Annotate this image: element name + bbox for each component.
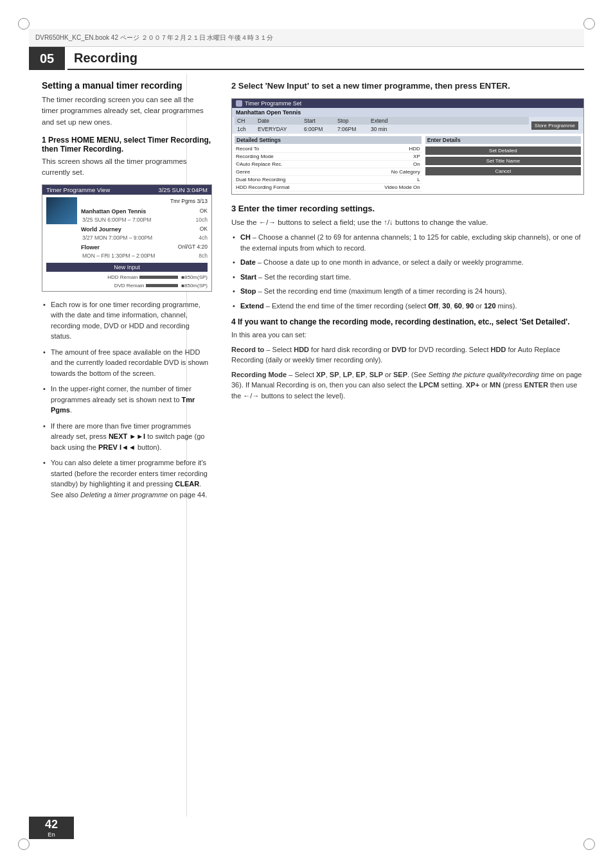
tps-enter-details: Enter Details Set Detailed Set Title Nam… xyxy=(425,136,581,191)
tv-thumbnail xyxy=(46,197,77,224)
new-input-row[interactable]: New Input xyxy=(46,263,208,272)
tv-footer: HDD Remain ■850m(SP) xyxy=(46,272,208,280)
right-column: 2 Select 'New Input' to set a new timer … xyxy=(231,80,584,405)
chapter-number: 05 xyxy=(29,47,65,70)
table-row: World Journey OK xyxy=(81,225,208,234)
timer-programme-set-box: Timer Programme Set Manhattan Open Tenni… xyxy=(231,98,584,195)
tv-rows: Tmr Pgms 3/13 Manhattan Open Tennis OK 3… xyxy=(81,197,208,261)
section-title: Setting a manual timer recording xyxy=(42,80,212,91)
list-item: Extend – Extend the end time of the time… xyxy=(231,301,584,312)
list-item: In the upper-right corner, the number of… xyxy=(42,384,212,416)
tps-lower-section: Detailed Settings Record To HDD Recordin… xyxy=(232,134,583,194)
tv-time: 3/25 SUN 3:04PM xyxy=(158,186,208,193)
chapter-title: Recording xyxy=(67,47,584,70)
step1-heading: 1 Press HOME MENU, select Timer Recordin… xyxy=(42,136,212,154)
step3-bullets: CH – Choose a channel (2 to 69 for anten… xyxy=(231,232,584,311)
step4-heading: 4 If you want to change the recording mo… xyxy=(231,317,584,326)
tps-col-headers: CH Date Start Stop Extend xyxy=(235,117,529,125)
settings-row: HDD Recording Format Video Mode On xyxy=(235,184,422,191)
cancel-button[interactable]: Cancel xyxy=(425,167,581,175)
tv-box-inner: Tmr Pgms 3/13 Manhattan Open Tennis OK 3… xyxy=(42,195,211,291)
list-item: Date – Choose a date up to one month in … xyxy=(231,257,584,268)
settings-row: ©Auto Replace Rec. On xyxy=(235,161,422,168)
corner-mark-tl xyxy=(18,18,30,30)
section-intro: The timer recording screen you can see a… xyxy=(42,94,212,128)
timer-programme-view-box: Timer Programme View 3/25 SUN 3:04PM Tmr… xyxy=(42,184,212,292)
tps-settings: Detailed Settings Record To HDD Recordin… xyxy=(235,136,422,191)
settings-row: Genre No Category xyxy=(235,168,422,176)
tv-box-title: Timer Programme View 3/25 SUN 3:04PM xyxy=(42,185,211,195)
settings-row: Dual Mono Recording L xyxy=(235,176,422,184)
page-number: 42 xyxy=(45,818,58,831)
tps-action-buttons: Set Detailed Set Title Name Cancel xyxy=(425,146,581,175)
step3-body: Use the ←/→ buttons to select a field; u… xyxy=(231,217,584,228)
header-bar: DVR650HK_KC_EN.book 42 ページ ２００７年２月２１日 水曜… xyxy=(29,29,584,47)
content-area: Setting a manual timer recording The tim… xyxy=(29,74,584,817)
list-item: You can also delete a timer programme be… xyxy=(42,457,212,500)
table-row: Flower Onl/GT 4:20 xyxy=(81,243,208,252)
list-item: If there are more than five timer progra… xyxy=(42,421,212,453)
tv-title-text: Timer Programme View xyxy=(46,186,110,193)
tps-col-data: 1ch EVERYDAY 6:00PM 7:06PM 30 min xyxy=(235,125,529,134)
table-row: Manhattan Open Tennis OK xyxy=(81,207,208,216)
list-item: Stop – Set the recording end time (maxim… xyxy=(231,286,584,297)
store-programme-button[interactable]: Store Programme xyxy=(531,121,578,130)
step2-heading: 2 Select 'New Input' to set a new timer … xyxy=(231,80,584,92)
corner-mark-tr xyxy=(583,18,595,30)
set-detailed-button[interactable]: Set Detailed xyxy=(425,146,581,155)
step4-para1: Record to – Select HDD for hard disk rec… xyxy=(231,344,584,366)
left-column: Setting a manual timer recording The tim… xyxy=(42,80,212,505)
step4-intro: In this area you can set: xyxy=(231,330,584,341)
set-title-name-button[interactable]: Set Title Name xyxy=(425,157,581,165)
step4-para2: Recording Mode – Select XP, SP, LP, EP, … xyxy=(231,369,584,402)
corner-mark-br xyxy=(583,838,595,850)
tv-footer-dvd: DVD Remain ■850m(SP) xyxy=(46,280,208,288)
tps-prog-name: Manhattan Open Tennis xyxy=(232,108,583,117)
tps-title: Timer Programme Set xyxy=(245,100,301,107)
feature-list: Each row is for one timer recording prog… xyxy=(42,299,212,500)
settings-row: Recording Mode XP xyxy=(235,153,422,161)
list-item: The amount of free space available on th… xyxy=(42,347,212,379)
step3-heading: 3 Enter the timer recording settings. xyxy=(231,204,584,213)
table-row: 3/27 MON 7:00PM – 9:00PM 4ch xyxy=(81,234,208,243)
header-text: DVR650HK_KC_EN.book 42 ページ ２００７年２月２１日 水曜… xyxy=(35,33,273,42)
tps-title-bar: Timer Programme Set xyxy=(232,99,583,108)
tmr-pgms: Tmr Pgms 3/13 xyxy=(170,197,208,206)
corner-mark-bl xyxy=(18,838,30,850)
table-row: 3/25 SUN 6:00PM – 7:00PM 10ch xyxy=(81,216,208,225)
table-row: MON – FRI 1:30PM – 2:00PM 8ch xyxy=(81,252,208,261)
settings-row: Record To HDD xyxy=(235,145,422,153)
step1-body: This screen shows all the timer programm… xyxy=(42,156,212,179)
list-item: Each row is for one timer recording prog… xyxy=(42,299,212,342)
tps-icon xyxy=(236,100,242,107)
list-item: CH – Choose a channel (2 to 69 for anten… xyxy=(231,232,584,253)
list-item: Start – Set the recording start time. xyxy=(231,272,584,283)
page-number-area: 42 En xyxy=(29,817,74,839)
page-lang: En xyxy=(48,831,55,838)
